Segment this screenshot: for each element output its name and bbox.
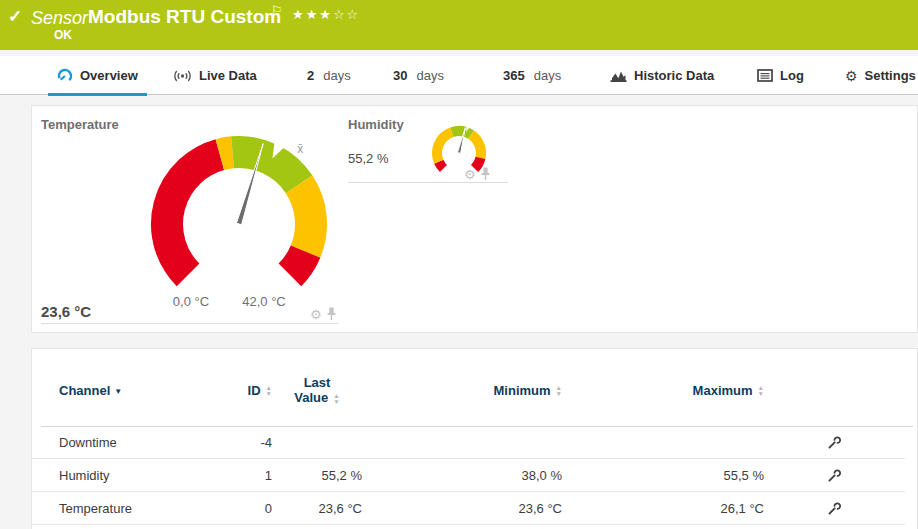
tab-label: days	[416, 68, 443, 83]
tab-365-days[interactable]: 365days	[494, 56, 570, 95]
tab-number: 365	[503, 68, 525, 83]
column-header-maximum[interactable]: Maximum▲▼	[693, 383, 764, 398]
sorted-desc-icon: ▼	[114, 387, 122, 396]
tab-historic-data[interactable]: Historic Data	[601, 56, 723, 95]
gauge-icon	[57, 68, 73, 84]
sensor-title: Modbus RTU Custom	[88, 6, 281, 28]
tab-label: Live Data	[199, 68, 257, 83]
tab-live-data[interactable]: Live Data	[164, 56, 266, 95]
temperature-gauge: x̄	[134, 109, 344, 299]
tab-label: Log	[780, 68, 804, 83]
tab-settings[interactable]: ⚙ Settings	[836, 56, 918, 95]
last-value: 23,6 °C	[318, 492, 362, 525]
gauges-panel: Temperature x̄ 0,0 °C 42,0 °C 23,6 °C ⚙ …	[31, 105, 918, 333]
tab-log[interactable]: Log	[748, 56, 813, 95]
sort-icon: ▲▼	[758, 385, 764, 397]
gauge-settings-gear-icon[interactable]: ⚙	[464, 168, 476, 181]
temperature-panel-divider	[41, 323, 338, 324]
channel-name: Downtime	[59, 426, 207, 459]
humidity-current-value: 55,2 %	[348, 151, 388, 166]
pin-icon[interactable]	[480, 167, 491, 181]
minimum-value: 23,6 °C	[518, 492, 562, 525]
priority-star-rating[interactable]: ★★★☆☆	[292, 7, 360, 22]
channel-name: Temperature	[59, 492, 207, 525]
tab-bar: Overview Live Data 2days 30days 365days …	[0, 56, 918, 95]
tab-label: Settings	[865, 68, 916, 83]
table-header-row: Channel▼ ID▲▼ Last Value▲▼ Minimum▲▼ Max…	[32, 349, 917, 405]
channel-id: -4	[260, 426, 272, 459]
table-body: Downtime -4 Humidity 1 55,2 % 38,0 % 55,…	[32, 426, 917, 525]
humidity-gauge-title: Humidity	[348, 117, 404, 132]
tab-label: Overview	[80, 68, 138, 83]
table-row: Temperature 0 23,6 °C 23,6 °C 26,1 °C	[32, 492, 905, 525]
pin-icon[interactable]	[326, 307, 337, 321]
temperature-gauge-actions: ⚙	[310, 307, 337, 321]
status-badge: OK	[54, 28, 72, 42]
temperature-scale-max: 42,0 °C	[238, 294, 290, 309]
maximum-value: 26,1 °C	[720, 492, 764, 525]
stars-filled[interactable]: ★★★	[292, 7, 333, 22]
sort-icon: ▲▼	[556, 385, 562, 397]
maximum-value: 55,5 %	[724, 459, 764, 492]
sort-icon: ▲▼	[333, 393, 339, 405]
priority-flag-icon[interactable]: ⚐	[271, 3, 283, 18]
gauge-settings-gear-icon[interactable]: ⚙	[310, 308, 322, 321]
channel-id: 1	[265, 459, 272, 492]
column-header-id[interactable]: ID▲▼	[248, 383, 272, 398]
tab-overview[interactable]: Overview	[48, 56, 147, 95]
tab-30-days[interactable]: 30days	[384, 56, 453, 95]
tab-label: days	[534, 68, 561, 83]
table-row: Downtime -4	[32, 426, 905, 459]
object-kind-label: Sensor	[31, 8, 88, 29]
column-header-channel[interactable]: Channel▼	[59, 383, 207, 398]
last-value: 55,2 %	[322, 459, 362, 492]
log-list-icon	[757, 69, 773, 82]
channel-settings-wrench-icon[interactable]	[827, 435, 842, 450]
channel-id: 0	[265, 492, 272, 525]
channel-settings-wrench-icon[interactable]	[827, 468, 842, 483]
sort-icon: ▲▼	[266, 385, 272, 397]
humidity-panel-divider	[348, 182, 508, 183]
column-header-last-value[interactable]: Last Value▲▼	[294, 375, 339, 405]
check-icon: ✓	[8, 6, 22, 27]
live-signal-icon	[173, 69, 192, 83]
area-chart-icon	[610, 69, 627, 83]
temperature-scale-min: 0,0 °C	[169, 294, 213, 309]
temperature-current-value: 23,6 °C	[41, 303, 91, 320]
tab-label: days	[323, 68, 350, 83]
column-header-minimum[interactable]: Minimum▲▼	[494, 383, 563, 398]
stars-empty[interactable]: ☆☆	[333, 7, 360, 22]
sensor-status-header: ✓ Sensor Modbus RTU Custom ⚐ ★★★☆☆ OK	[0, 0, 918, 50]
minimum-value: 38,0 %	[522, 459, 562, 492]
svg-text:x̄: x̄	[297, 142, 303, 156]
channels-table-panel: Channel▼ ID▲▼ Last Value▲▼ Minimum▲▼ Max…	[31, 348, 918, 529]
channel-settings-wrench-icon[interactable]	[827, 501, 842, 516]
tab-number: 2	[307, 68, 314, 83]
temperature-gauge-title: Temperature	[41, 117, 119, 132]
tab-label: Historic Data	[634, 68, 714, 83]
tab-2-days[interactable]: 2days	[298, 56, 360, 95]
table-row: Humidity 1 55,2 % 38,0 % 55,5 %	[32, 459, 905, 492]
tab-number: 30	[393, 68, 407, 83]
gear-icon: ⚙	[845, 68, 858, 84]
humidity-gauge-actions: ⚙	[464, 167, 491, 181]
channel-name: Humidity	[59, 459, 207, 492]
